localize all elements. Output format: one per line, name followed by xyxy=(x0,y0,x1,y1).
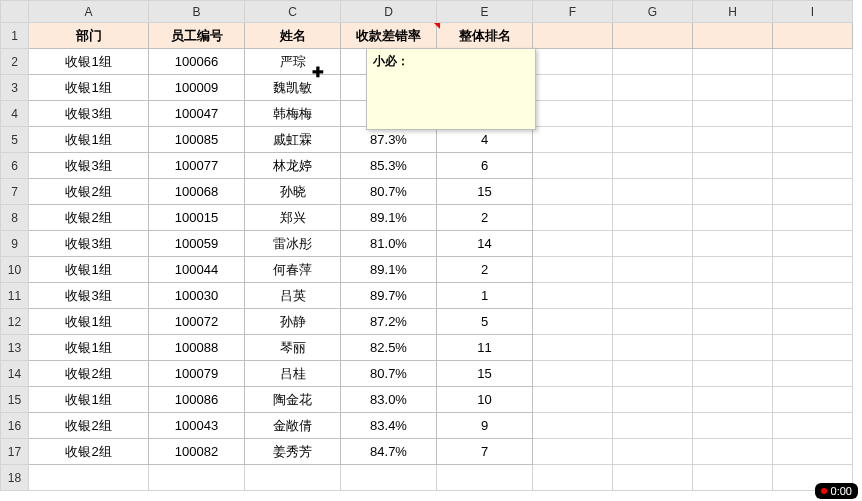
cell-id[interactable]: 100085 xyxy=(149,127,245,153)
cell-rate[interactable]: 83.4% xyxy=(341,413,437,439)
cell[interactable] xyxy=(533,309,613,335)
cell[interactable] xyxy=(533,413,613,439)
cell-rate[interactable]: 87.3% xyxy=(341,127,437,153)
cell[interactable] xyxy=(693,205,773,231)
cell[interactable] xyxy=(693,309,773,335)
row-header-6[interactable]: 6 xyxy=(1,153,29,179)
cell[interactable] xyxy=(773,257,853,283)
row-header-18[interactable]: 18 xyxy=(1,465,29,491)
col-header-D[interactable]: D xyxy=(341,1,437,23)
cell-name[interactable]: 戚虹霖 xyxy=(245,127,341,153)
header-cell-id[interactable]: 员工编号 xyxy=(149,23,245,49)
cell-dept[interactable]: 收银2组 xyxy=(29,205,149,231)
cell-rate[interactable]: 87.2% xyxy=(341,309,437,335)
row-header-5[interactable]: 5 xyxy=(1,127,29,153)
row-header-9[interactable]: 9 xyxy=(1,231,29,257)
col-header-E[interactable]: E xyxy=(437,1,533,23)
cell[interactable] xyxy=(773,309,853,335)
cell-id[interactable]: 100079 xyxy=(149,361,245,387)
cell-rate[interactable]: 80.7% xyxy=(341,361,437,387)
cell-dept[interactable]: 收银1组 xyxy=(29,257,149,283)
cell-name[interactable]: 韩梅梅 xyxy=(245,101,341,127)
cell[interactable] xyxy=(613,153,693,179)
header-cell-rate[interactable]: 收款差错率 xyxy=(341,23,437,49)
col-header-F[interactable]: F xyxy=(533,1,613,23)
cell[interactable] xyxy=(613,257,693,283)
cell[interactable] xyxy=(693,387,773,413)
header-cell-rank[interactable]: 整体排名 xyxy=(437,23,533,49)
cell-rank[interactable]: 11 xyxy=(437,335,533,361)
cell-id[interactable]: 100044 xyxy=(149,257,245,283)
cell-dept[interactable]: 收银3组 xyxy=(29,153,149,179)
cell-rate[interactable]: 89.1% xyxy=(341,257,437,283)
row-header-4[interactable]: 4 xyxy=(1,101,29,127)
cell[interactable] xyxy=(613,101,693,127)
cell[interactable] xyxy=(693,179,773,205)
cell-id[interactable]: 100030 xyxy=(149,283,245,309)
cell-name[interactable]: 吕英 xyxy=(245,283,341,309)
cell-rank[interactable]: 10 xyxy=(437,387,533,413)
cell[interactable] xyxy=(533,23,613,49)
cell[interactable] xyxy=(613,231,693,257)
cell[interactable] xyxy=(533,283,613,309)
cell[interactable] xyxy=(533,49,613,75)
header-cell-dept[interactable]: 部门 xyxy=(29,23,149,49)
cell[interactable] xyxy=(693,335,773,361)
cell[interactable] xyxy=(533,257,613,283)
cell[interactable] xyxy=(533,387,613,413)
cell-rate[interactable]: 84.7% xyxy=(341,439,437,465)
cell-id[interactable]: 100043 xyxy=(149,413,245,439)
cell-name[interactable]: 吕桂 xyxy=(245,361,341,387)
cell[interactable] xyxy=(613,335,693,361)
row-header-1[interactable]: 1 xyxy=(1,23,29,49)
cell[interactable] xyxy=(613,439,693,465)
cell[interactable] xyxy=(773,387,853,413)
cell[interactable] xyxy=(773,127,853,153)
cell[interactable] xyxy=(613,75,693,101)
cell[interactable] xyxy=(533,335,613,361)
cell[interactable] xyxy=(533,205,613,231)
cell-rate[interactable]: 85.3% xyxy=(341,153,437,179)
row-header-13[interactable]: 13 xyxy=(1,335,29,361)
cell-dept[interactable]: 收银1组 xyxy=(29,387,149,413)
cell[interactable] xyxy=(29,465,149,491)
cell[interactable] xyxy=(773,49,853,75)
cell-dept[interactable]: 收银2组 xyxy=(29,413,149,439)
cell-rank[interactable]: 4 xyxy=(437,127,533,153)
cell[interactable] xyxy=(693,127,773,153)
cell[interactable] xyxy=(613,127,693,153)
cell-id[interactable]: 100077 xyxy=(149,153,245,179)
cell-name[interactable]: 魏凯敏 xyxy=(245,75,341,101)
cell-name[interactable]: 姜秀芳 xyxy=(245,439,341,465)
cell[interactable] xyxy=(533,153,613,179)
cell-rank[interactable]: 9 xyxy=(437,413,533,439)
cell-rate[interactable]: 89.7% xyxy=(341,283,437,309)
cell-dept[interactable]: 收银3组 xyxy=(29,283,149,309)
cell[interactable] xyxy=(149,465,245,491)
cell[interactable] xyxy=(613,465,693,491)
cell-id[interactable]: 100088 xyxy=(149,335,245,361)
cell[interactable] xyxy=(773,231,853,257)
row-header-16[interactable]: 16 xyxy=(1,413,29,439)
cell-dept[interactable]: 收银1组 xyxy=(29,49,149,75)
cell[interactable] xyxy=(693,49,773,75)
col-header-I[interactable]: I xyxy=(773,1,853,23)
cell[interactable] xyxy=(773,439,853,465)
cell[interactable] xyxy=(773,23,853,49)
cell[interactable] xyxy=(693,101,773,127)
col-header-H[interactable]: H xyxy=(693,1,773,23)
cell[interactable] xyxy=(773,361,853,387)
cell-rank[interactable]: 2 xyxy=(437,257,533,283)
cell[interactable] xyxy=(613,283,693,309)
cell[interactable] xyxy=(693,75,773,101)
col-header-C[interactable]: C xyxy=(245,1,341,23)
col-header-B[interactable]: B xyxy=(149,1,245,23)
cell-dept[interactable]: 收银1组 xyxy=(29,127,149,153)
cell-name[interactable]: 何春萍 xyxy=(245,257,341,283)
cell-name[interactable]: 孙静 xyxy=(245,309,341,335)
cell[interactable] xyxy=(613,49,693,75)
cell-rate[interactable]: 80.7% xyxy=(341,179,437,205)
cell[interactable] xyxy=(773,283,853,309)
cell-id[interactable]: 100066 xyxy=(149,49,245,75)
header-cell-name[interactable]: 姓名 xyxy=(245,23,341,49)
